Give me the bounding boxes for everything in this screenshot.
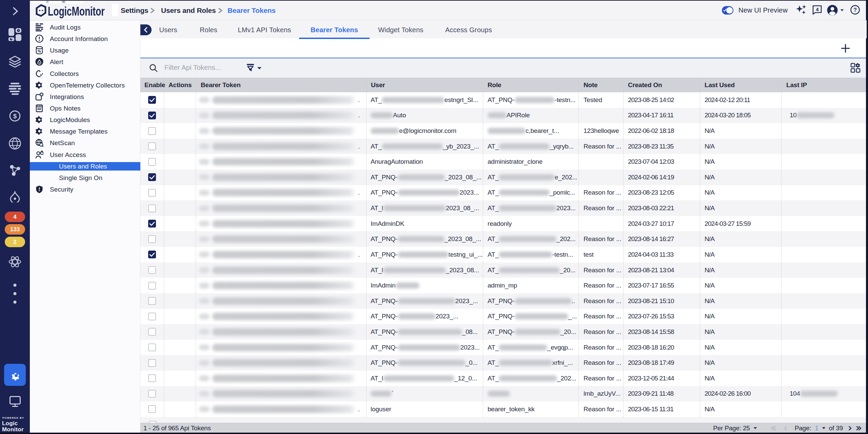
svg-text:%: %	[38, 49, 41, 53]
svg-text:?: ?	[853, 7, 857, 13]
svg-text:$: $	[13, 113, 17, 120]
svg-text:4: 4	[816, 6, 819, 12]
